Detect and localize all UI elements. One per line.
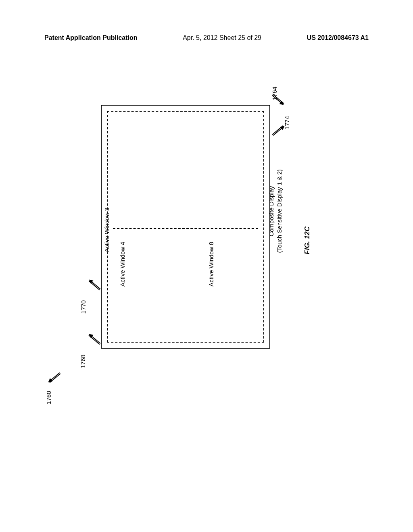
header-date-sheet: Apr. 5, 2012 Sheet 25 of 29	[183, 34, 261, 42]
figure-label: FIG. 12C	[303, 227, 311, 254]
arrow-1760	[48, 372, 60, 382]
header-patent-number: US 2012/0084673 A1	[307, 34, 369, 42]
arrow-1770	[89, 280, 100, 289]
active-window-3-label: Active Window 3	[103, 208, 110, 252]
ref-number-1760: 1760	[45, 391, 52, 404]
arrow-1768	[89, 334, 100, 344]
header-publication: Patent Application Publication	[44, 34, 138, 42]
composite-line2: (Touch Sensitive Display 1 & 2)	[276, 169, 283, 253]
composite-display-label: Composite Display (Touch Sensitive Displ…	[267, 169, 283, 253]
active-window-8-label: Active Window 8	[208, 242, 215, 287]
arrow-1774	[273, 126, 284, 136]
window-divider	[113, 228, 258, 229]
active-window-4-label: Active Window 4	[119, 242, 126, 287]
ref-number-1768: 1768	[79, 355, 86, 368]
ref-number-1770: 1770	[80, 300, 87, 314]
active-window-3-box	[107, 111, 264, 343]
diagram-container: 1760 1764 1768 1770 1774 Composite Displ…	[44, 73, 367, 435]
composite-line1: Composite Display	[268, 186, 275, 236]
page-header: Patent Application Publication Apr. 5, 2…	[0, 34, 413, 42]
